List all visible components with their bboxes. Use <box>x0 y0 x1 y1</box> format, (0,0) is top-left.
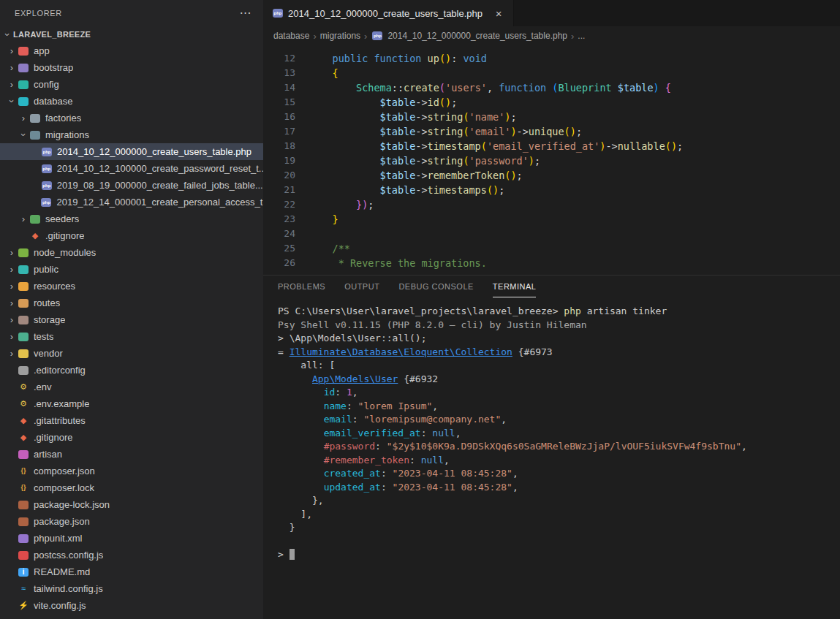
terminal-line: created_at: "2023-04-11 08:45:28", <box>278 467 840 481</box>
chevron-right-icon[interactable]: › <box>6 331 18 342</box>
tree-item-label: phpunit.xml <box>34 533 82 544</box>
tree-item-vite-config-js[interactable]: ⚡vite.config.js <box>0 597 263 614</box>
terminal-class-link[interactable]: Illuminate\Database\Eloquent\Collection <box>290 346 512 357</box>
tree-item-tests[interactable]: ›tests <box>0 328 263 345</box>
chevron-right-icon[interactable]: › <box>6 348 18 359</box>
terminal-class-link[interactable]: App\Models\User <box>312 373 398 384</box>
breadcrumb-item-migrations[interactable]: migrations <box>320 31 360 41</box>
breadcrumb-item-filename[interactable]: 2014_10_12_000000_create_users_table.php <box>387 31 567 41</box>
phpunit-icon <box>18 534 29 543</box>
code-text: $table->string('name'); <box>309 110 517 124</box>
code-line: 19 $table->string('password'); <box>263 153 840 168</box>
tree-item-routes[interactable]: ›routes <box>0 295 263 311</box>
line-number: 21 <box>263 183 309 197</box>
tree-item-label: .editorconfig <box>34 365 86 376</box>
chevron-right-icon[interactable]: › <box>6 297 18 308</box>
breadcrumb-item-database[interactable]: database <box>273 31 309 41</box>
tree-item-label: postcss.config.js <box>34 550 103 561</box>
tree-item-env[interactable]: ⚙.env <box>0 379 263 395</box>
chevron-right-icon[interactable]: › <box>18 213 29 224</box>
bottom-panel: PROBLEMS OUTPUT DEBUG CONSOLE TERMINAL P… <box>263 275 840 619</box>
editor-area: php 2014_10_12_000000_create_users_table… <box>263 0 840 619</box>
terminal-line: } <box>278 521 840 535</box>
line-number: 25 <box>263 241 309 256</box>
line-number: 15 <box>263 95 309 110</box>
tab-problems[interactable]: PROBLEMS <box>278 276 325 297</box>
tree-item-2019-12-14-000001-create-personal-access-t[interactable]: php2019_12_14_000001_create_personal_acc… <box>0 194 263 210</box>
tree-item-composer-lock[interactable]: {}composer.lock <box>0 479 263 496</box>
tree-item-app[interactable]: ›app <box>0 42 263 59</box>
chevron-down-icon[interactable]: › <box>7 96 18 107</box>
resources-folder-icon <box>18 282 29 291</box>
tree-item-public[interactable]: ›public <box>0 261 263 278</box>
tree-item-node-modules[interactable]: ›node_modules <box>0 244 263 261</box>
tree-item-label: 2019_12_14_000001_create_personal_access… <box>56 197 263 208</box>
tree-item-resources[interactable]: ›resources <box>0 278 263 295</box>
tailwind-icon: ≈ <box>18 583 29 595</box>
tree-item-gitattributes[interactable]: ◆.gitattributes <box>0 412 263 429</box>
tree-item-bootstrap[interactable]: ›bootstrap <box>0 59 263 76</box>
tree-item-label: tailwind.config.js <box>34 583 103 594</box>
terminal[interactable]: PS C:\Users\User\laravel_projects\larave… <box>263 297 840 562</box>
tree-item-database[interactable]: ›database <box>0 93 263 110</box>
chevron-right-icon[interactable]: › <box>6 45 18 56</box>
tree-item-label: .env.example <box>34 398 89 409</box>
breadcrumb-item-more[interactable]: ... <box>578 31 585 41</box>
tree-item-phpunit-xml[interactable]: phpunit.xml <box>0 530 263 547</box>
tree-item-tailwind-config-js[interactable]: ≈tailwind.config.js <box>0 580 263 597</box>
tab-output[interactable]: OUTPUT <box>344 276 379 297</box>
chevron-right-icon[interactable]: › <box>6 281 18 292</box>
tab-debug-console[interactable]: DEBUG CONSOLE <box>398 276 473 297</box>
chevron-right-icon[interactable]: › <box>6 314 18 325</box>
tab-terminal[interactable]: TERMINAL <box>493 276 537 297</box>
tree-item-storage[interactable]: ›storage <box>0 311 263 328</box>
tree-item-2019-08-19-000000-create-failed-jobs-table[interactable]: php2019_08_19_000000_create_failed_jobs_… <box>0 177 263 194</box>
chevron-right-icon[interactable]: › <box>6 62 18 73</box>
tree-item-migrations[interactable]: ›migrations <box>0 126 263 143</box>
tree-item-2014-10-12-100000-create-password-reset-t[interactable]: php2014_10_12_100000_create_password_res… <box>0 160 263 177</box>
tree-item-2014-10-12-000000-create-users-table-php[interactable]: php2014_10_12_000000_create_users_table.… <box>0 143 263 160</box>
tree-item-label: composer.lock <box>34 482 94 493</box>
code-text: Schema::create('users', function (Bluepr… <box>309 80 671 95</box>
tree-item-factories[interactable]: ›factories <box>0 110 263 126</box>
code-line: 14 Schema::create('users', function (Blu… <box>263 80 840 95</box>
tests-folder-icon <box>18 333 29 341</box>
tree-item-readme-md[interactable]: iREADME.md <box>0 563 263 580</box>
more-actions-icon[interactable]: ⋯ <box>239 7 251 19</box>
tree-item-artisan[interactable]: artisan <box>0 446 263 463</box>
terminal-line: > \App\Models\User::all(); <box>278 332 840 346</box>
tree-item-package-lock-json[interactable]: package-lock.json <box>0 496 263 513</box>
code-editor[interactable]: 12 public function up(): void13 {14 Sche… <box>263 45 840 275</box>
tree-item-label: .gitignore <box>34 432 72 443</box>
vite-icon: ⚡ <box>18 600 29 612</box>
tree-item-composer-json[interactable]: {}composer.json <box>0 463 263 479</box>
chevron-right-icon[interactable]: › <box>6 264 18 275</box>
explorer-header: EXPLORER ⋯ <box>0 0 263 26</box>
terminal-line: name: "lorem Ipsum", <box>278 400 840 414</box>
close-icon[interactable]: × <box>491 6 506 20</box>
terminal-line: Psy Shell v0.11.15 (PHP 8.2.0 — cli) by … <box>278 319 840 333</box>
chevron-right-icon[interactable]: › <box>6 79 18 90</box>
workspace-section-header[interactable]: › LARAVEL_BREEZE <box>0 26 263 42</box>
tab-create-users-table[interactable]: php 2014_10_12_000000_create_users_table… <box>263 0 514 26</box>
chevron-right-icon[interactable]: › <box>6 247 18 258</box>
terminal-line: App\Models\User {#6932 <box>278 373 840 387</box>
tree-item-gitignore[interactable]: ◆.gitignore <box>0 429 263 446</box>
tree-item-vendor[interactable]: ›vendor <box>0 345 263 362</box>
git-icon: ◆ <box>29 230 41 242</box>
tree-item-config[interactable]: ›config <box>0 76 263 93</box>
chevron-down-icon[interactable]: › <box>18 129 29 141</box>
chevron-right-icon[interactable]: › <box>18 113 29 124</box>
line-number: 14 <box>263 80 309 95</box>
tree-item-seeders[interactable]: ›seeders <box>0 210 263 227</box>
vendor-folder-icon <box>18 349 29 358</box>
factories-folder-icon <box>30 114 40 123</box>
tree-item-editorconfig[interactable]: .editorconfig <box>0 362 263 379</box>
php-file-icon: php <box>273 9 283 18</box>
tree-item-postcss-config-js[interactable]: postcss.config.js <box>0 547 263 563</box>
tree-item-env-example[interactable]: ⚙.env.example <box>0 395 263 412</box>
env-icon: ⚙ <box>18 381 29 393</box>
tree-item-package-json[interactable]: package.json <box>0 513 263 530</box>
tree-item-gitignore[interactable]: ◆.gitignore <box>0 227 263 244</box>
line-number: 19 <box>263 153 309 168</box>
